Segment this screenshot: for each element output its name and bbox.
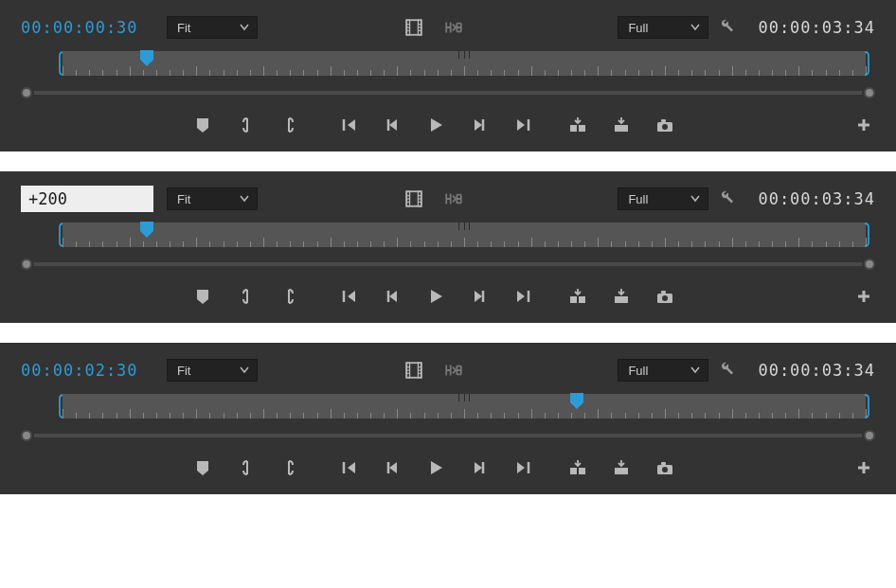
mark-in-button[interactable] xyxy=(235,285,258,308)
safe-margins-icon[interactable] xyxy=(440,186,467,212)
work-area-end-bracket[interactable] xyxy=(864,223,869,247)
mark-out-button[interactable] xyxy=(278,456,301,479)
program-monitor-controls: 00:00:02:30FitFull00:00:03:34 xyxy=(0,343,896,494)
resolution-label: Full xyxy=(628,192,648,206)
add-marker-button[interactable] xyxy=(191,114,214,136)
export-frame-button[interactable] xyxy=(654,456,676,479)
overwrite-button[interactable] xyxy=(610,285,633,308)
zoom-scroll-handle-left[interactable] xyxy=(21,430,32,441)
playhead[interactable] xyxy=(570,393,583,409)
mark-out-button[interactable] xyxy=(278,114,301,136)
resolution-label: Full xyxy=(628,364,648,378)
settings-button[interactable] xyxy=(712,186,739,212)
mark-in-button[interactable] xyxy=(235,456,258,479)
zoom-level-dropdown[interactable]: Fit xyxy=(167,359,258,382)
program-monitor-controls: FitFull00:00:03:34 xyxy=(0,171,896,323)
step-forward-button[interactable] xyxy=(468,285,491,308)
zoom-scroll-track[interactable] xyxy=(34,262,862,266)
program-monitor-controls: 00:00:00:30FitFull00:00:03:34 xyxy=(0,0,896,151)
chevron-down-icon xyxy=(240,364,249,378)
transport-controls xyxy=(21,283,875,310)
zoom-scroll-track[interactable] xyxy=(34,91,862,95)
overwrite-button[interactable] xyxy=(610,114,633,136)
zoom-scroll-bar[interactable] xyxy=(21,258,875,270)
zoom-scroll-bar[interactable] xyxy=(21,430,875,441)
transport-controls xyxy=(21,454,875,481)
go-to-in-button[interactable] xyxy=(337,114,360,136)
playback-resolution-dropdown[interactable]: Full xyxy=(618,16,708,39)
zoom-level-label: Fit xyxy=(177,192,190,206)
duration-display: 00:00:03:34 xyxy=(758,18,875,37)
button-editor-button[interactable] xyxy=(852,456,875,479)
go-to-in-button[interactable] xyxy=(337,456,360,479)
insert-button[interactable] xyxy=(566,114,589,136)
export-frame-button[interactable] xyxy=(654,285,676,308)
add-marker-button[interactable] xyxy=(191,285,214,308)
insert-button[interactable] xyxy=(566,456,589,479)
add-marker-button[interactable] xyxy=(191,456,214,479)
chevron-down-icon xyxy=(690,21,700,35)
button-editor-button[interactable] xyxy=(852,114,875,136)
zoom-scroll-handle-right[interactable] xyxy=(864,258,875,270)
resolution-label: Full xyxy=(628,21,648,35)
go-to-out-button[interactable] xyxy=(511,456,534,479)
time-ruler[interactable] xyxy=(21,51,875,81)
play-button[interactable] xyxy=(424,285,447,308)
ruler-grip-icon[interactable] xyxy=(458,394,470,401)
zoom-scroll-handle-left[interactable] xyxy=(21,258,32,270)
step-forward-button[interactable] xyxy=(468,456,491,479)
filmstrip-icon[interactable] xyxy=(401,357,427,383)
time-ruler-track[interactable] xyxy=(63,51,866,76)
play-button[interactable] xyxy=(424,114,447,136)
transport-controls xyxy=(21,112,875,138)
zoom-level-label: Fit xyxy=(177,21,190,35)
time-ruler-track[interactable] xyxy=(63,394,866,419)
play-button[interactable] xyxy=(424,456,447,479)
step-forward-button[interactable] xyxy=(468,114,491,136)
filmstrip-icon[interactable] xyxy=(401,14,427,41)
time-ruler[interactable] xyxy=(21,394,875,424)
work-area-end-bracket[interactable] xyxy=(864,51,869,76)
filmstrip-icon[interactable] xyxy=(401,186,427,212)
work-area-end-bracket[interactable] xyxy=(864,394,869,419)
playback-resolution-dropdown[interactable]: Full xyxy=(618,187,708,210)
ruler-grip-icon[interactable] xyxy=(458,51,470,59)
duration-display: 00:00:03:34 xyxy=(758,189,875,208)
zoom-scroll-handle-left[interactable] xyxy=(21,87,32,98)
time-ruler[interactable] xyxy=(21,223,875,253)
mark-out-button[interactable] xyxy=(278,285,301,308)
go-to-in-button[interactable] xyxy=(337,285,360,308)
step-back-button[interactable] xyxy=(381,456,403,479)
overwrite-button[interactable] xyxy=(610,456,633,479)
export-frame-button[interactable] xyxy=(654,114,676,136)
chevron-down-icon xyxy=(240,192,249,206)
go-to-out-button[interactable] xyxy=(511,285,534,308)
zoom-scroll-handle-right[interactable] xyxy=(864,430,875,441)
playback-resolution-dropdown[interactable]: Full xyxy=(618,359,708,382)
time-ruler-track[interactable] xyxy=(63,223,866,247)
step-back-button[interactable] xyxy=(381,285,403,308)
zoom-scroll-bar[interactable] xyxy=(21,87,875,98)
zoom-scroll-handle-right[interactable] xyxy=(864,87,875,98)
zoom-level-dropdown[interactable]: Fit xyxy=(167,16,258,39)
mark-in-button[interactable] xyxy=(235,114,258,136)
go-to-out-button[interactable] xyxy=(511,114,534,136)
safe-margins-icon[interactable] xyxy=(440,357,467,383)
zoom-scroll-track[interactable] xyxy=(34,434,862,437)
current-time-display[interactable]: 00:00:02:30 xyxy=(21,361,163,380)
chevron-down-icon xyxy=(690,192,700,206)
insert-button[interactable] xyxy=(566,285,589,308)
current-time-display[interactable]: 00:00:00:30 xyxy=(21,18,163,37)
settings-button[interactable] xyxy=(712,14,739,41)
safe-margins-icon[interactable] xyxy=(440,14,467,41)
step-back-button[interactable] xyxy=(381,114,403,136)
playhead[interactable] xyxy=(140,50,153,66)
current-time-input[interactable] xyxy=(21,186,153,212)
chevron-down-icon xyxy=(240,21,249,35)
button-editor-button[interactable] xyxy=(852,285,875,308)
ruler-grip-icon[interactable] xyxy=(458,223,470,230)
settings-button[interactable] xyxy=(712,357,739,383)
playhead[interactable] xyxy=(140,222,153,238)
duration-display: 00:00:03:34 xyxy=(758,361,875,380)
zoom-level-dropdown[interactable]: Fit xyxy=(167,187,258,210)
